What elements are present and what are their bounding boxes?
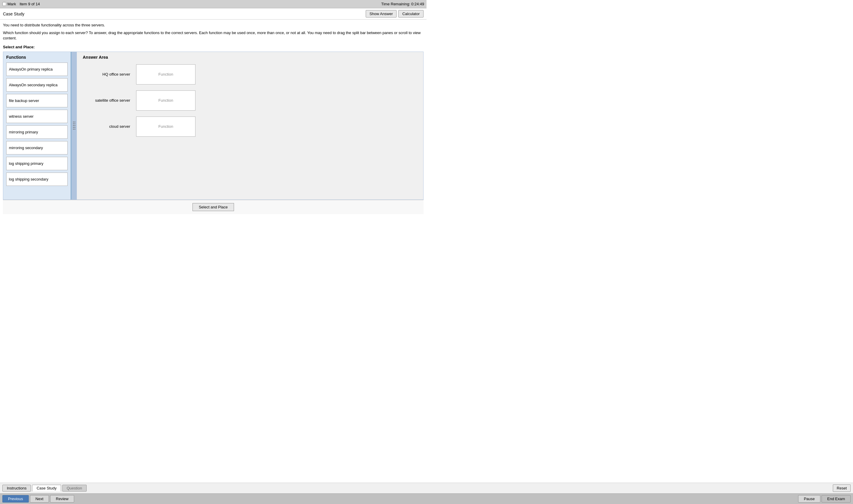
show-answer-button[interactable]: Show Answer — [366, 10, 397, 18]
cloud-drop-zone[interactable]: Function — [136, 116, 195, 137]
function-item-alwayson-primary[interactable]: AlwaysOn primary replica — [6, 62, 68, 76]
function-item-mirroring-secondary[interactable]: mirroring secondary — [6, 141, 68, 155]
answer-row-satellite: satellite office server Function — [83, 90, 417, 111]
select-and-place-button[interactable]: Select and Place — [193, 203, 234, 211]
select-place-btn-row: Select and Place — [3, 200, 424, 214]
top-bar-left: Mark Item 9 of 14 — [2, 2, 40, 6]
time-remaining: Time Remaining: 0:24:49 — [381, 2, 424, 6]
answer-panel: Answer Area HQ office server Function sa… — [77, 52, 423, 199]
instruction-text: You need to distribute functionality acr… — [3, 22, 424, 28]
header-buttons: Show Answer Calculator — [366, 10, 424, 18]
content-area: You need to distribute functionality acr… — [0, 20, 427, 225]
hq-office-server-label: HQ office server — [83, 72, 130, 76]
satellite-drop-zone[interactable]: Function — [136, 90, 195, 111]
function-item-log-shipping-secondary[interactable]: log shipping secondary — [6, 173, 68, 186]
top-bar: Mark Item 9 of 14 Time Remaining: 0:24:4… — [0, 0, 427, 8]
header-area: Case Study Show Answer Calculator — [0, 8, 427, 20]
function-item-alwayson-secondary[interactable]: AlwaysOn secondary replica — [6, 78, 68, 92]
question-text: Which function should you assign to each… — [3, 30, 424, 41]
satellite-office-server-label: satellite office server — [83, 98, 130, 103]
mark-label: Mark — [7, 2, 16, 6]
function-item-witness-server[interactable]: witness server — [6, 110, 68, 123]
select-and-place-label: Select and Place: — [3, 45, 424, 49]
cloud-server-label: cloud server — [83, 124, 130, 129]
function-item-log-shipping-primary[interactable]: log shipping primary — [6, 157, 68, 170]
function-item-file-backup[interactable]: file backup server — [6, 94, 68, 107]
item-info: Item 9 of 14 — [20, 2, 40, 6]
function-item-mirroring-primary[interactable]: mirroring primary — [6, 125, 68, 139]
functions-panel: Functions AlwaysOn primary replica Alway… — [3, 52, 71, 199]
answer-row-cloud: cloud server Function — [83, 116, 417, 137]
answer-row-hq: HQ office server Function — [83, 64, 417, 85]
answer-panel-title: Answer Area — [83, 55, 417, 59]
drag-drop-container: Functions AlwaysOn primary replica Alway… — [3, 52, 424, 200]
case-study-label: Case Study — [3, 12, 24, 16]
mark-checkbox[interactable] — [2, 2, 6, 6]
calculator-button[interactable]: Calculator — [398, 10, 424, 18]
mark-checkbox-container[interactable]: Mark — [2, 2, 16, 6]
functions-panel-title: Functions — [6, 55, 68, 59]
hq-drop-zone[interactable]: Function — [136, 64, 195, 85]
split-bar[interactable] — [71, 52, 77, 199]
